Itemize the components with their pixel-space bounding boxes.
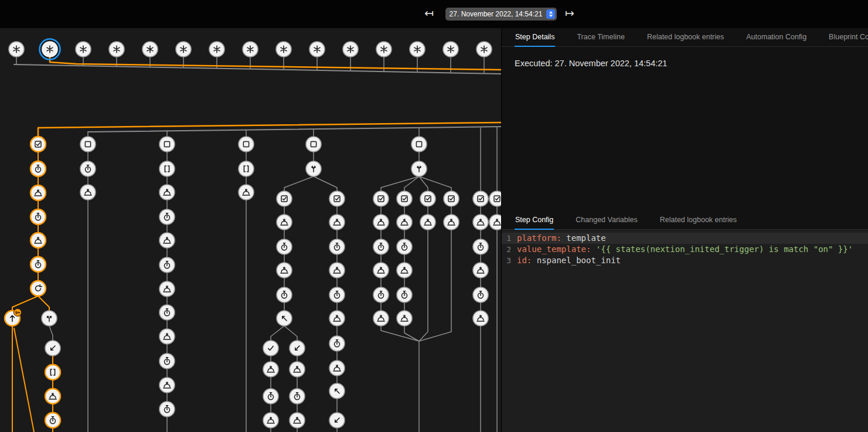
trace-node[interactable] [420,215,435,230]
trace-node[interactable] [373,311,389,326]
trace-node[interactable] [159,329,175,344]
step-config-section: Step Config Changed Variables Related lo… [502,211,868,432]
trace-edge [419,230,451,341]
trace-node[interactable] [263,413,278,428]
trace-node[interactable] [239,185,254,200]
trace-node[interactable] [373,263,389,278]
tab-step-config[interactable]: Step Config [515,211,554,230]
trace-node[interactable] [159,377,175,393]
tab-trace-timeline[interactable]: Trace Timeline [576,28,625,47]
code-token: '{{ states(nextion_inited_trigger) is ma… [591,244,853,254]
trace-node[interactable] [373,215,389,230]
code-token: value_template: [517,244,591,254]
trace-node[interactable] [397,263,412,278]
trace-edge [38,296,49,311]
trace-node[interactable] [30,281,46,296]
next-run-icon[interactable]: ↦ [565,7,574,20]
trace-node[interactable] [277,191,292,206]
trace-edge [314,176,337,191]
chevron-up-icon [549,11,553,13]
tab-config-related-logbook-entries[interactable]: Related logbook entries [659,211,737,230]
trace-node[interactable] [473,311,488,326]
trace-node[interactable] [411,137,427,152]
trace-graph: 9+ [0,28,501,432]
trace-edge [88,127,501,132]
trace-edge [50,57,501,70]
trace-node[interactable] [263,362,278,377]
trace-edge [381,326,419,341]
trace-edge [284,176,314,191]
code-line: 1 platform: template [502,233,868,244]
tab-related-logbook-entries[interactable]: Related logbook entries [646,28,724,47]
trace-node[interactable] [239,137,254,152]
trace-node[interactable] [159,233,175,248]
trace-edge [284,326,297,341]
trace-node[interactable] [473,263,488,278]
code-token: template [561,233,606,243]
code-token: nspanel_boot_init [532,256,621,265]
trace-edge [12,296,38,311]
trace-node[interactable] [306,137,321,152]
details-tabbar: Step Details Trace Timeline Related logb… [502,28,868,47]
tab-step-details[interactable]: Step Details [515,28,555,47]
tab-changed-variables[interactable]: Changed Variables [575,211,638,230]
trace-node[interactable] [263,341,278,356]
code-text: value_template: '{{ states(nextion_inite… [511,244,853,255]
trace-node[interactable] [159,137,175,152]
code-text: platform: template [511,233,606,244]
trace-node[interactable] [444,215,459,230]
trace-node[interactable] [159,281,175,297]
trace-node[interactable] [329,215,345,230]
top-bar: ↤ 27. November 2022, 14:54:21 ↦ [0,0,868,28]
chevron-down-icon [549,15,553,17]
iteration-badge-count: 9+ [15,310,21,315]
trace-node[interactable] [45,389,60,404]
trace-node[interactable] [80,185,96,200]
tab-blueprint-config[interactable]: Blueprint Config [828,28,868,47]
trace-edge [14,328,34,432]
trace-node[interactable] [473,215,488,230]
trace-node[interactable] [30,185,46,200]
trace-edge [381,176,419,191]
line-number: 1 [502,233,511,244]
trace-node[interactable] [80,137,96,152]
config-tabbar: Step Config Changed Variables Related lo… [502,211,868,230]
trace-edge [271,326,284,341]
trace-node[interactable] [473,191,488,206]
code-token: platform: [517,233,561,243]
trace-edge [419,230,428,341]
trace-node[interactable] [45,365,60,380]
select-stepper-icon [546,9,555,19]
trace-node[interactable] [277,215,292,230]
trace-node[interactable] [420,191,435,206]
trace-node[interactable] [397,311,412,326]
trace-node[interactable] [159,161,175,176]
trace-graph-area: 9+ [0,28,502,432]
details-panel: Step Details Trace Timeline Related logb… [502,28,868,432]
trace-node[interactable] [329,360,345,376]
trace-node[interactable] [397,215,412,230]
trace-node[interactable] [30,137,46,152]
trace-node[interactable] [239,161,254,176]
trace-node[interactable] [329,263,345,278]
trace-node[interactable] [30,233,46,248]
run-select[interactable]: 27. November 2022, 14:54:21 [445,8,557,21]
trace-node[interactable] [329,191,345,206]
trace-node[interactable] [373,191,389,206]
line-number: 3 [502,255,511,266]
trace-node[interactable] [290,362,305,377]
trace-node[interactable] [159,185,175,200]
previous-run-icon[interactable]: ↤ [424,7,434,20]
run-select-value: 27. November 2022, 14:54:21 [450,10,543,18]
trace-node[interactable] [444,191,459,206]
trace-node[interactable] [290,413,305,428]
code-text: id: nspanel_boot_init [511,255,621,266]
trace-edge [49,326,53,341]
tab-automation-config[interactable]: Automation Config [746,28,807,47]
trace-node[interactable] [277,263,292,278]
executed-text: Executed: 27. November 2022, 14:54:21 [502,47,868,68]
code-line: 2 value_template: '{{ states(nextion_ini… [502,244,868,255]
trace-node[interactable] [397,191,412,206]
trace-node[interactable] [329,311,345,326]
step-config-editor[interactable]: 1 platform: template 2 value_template: '… [502,230,868,432]
